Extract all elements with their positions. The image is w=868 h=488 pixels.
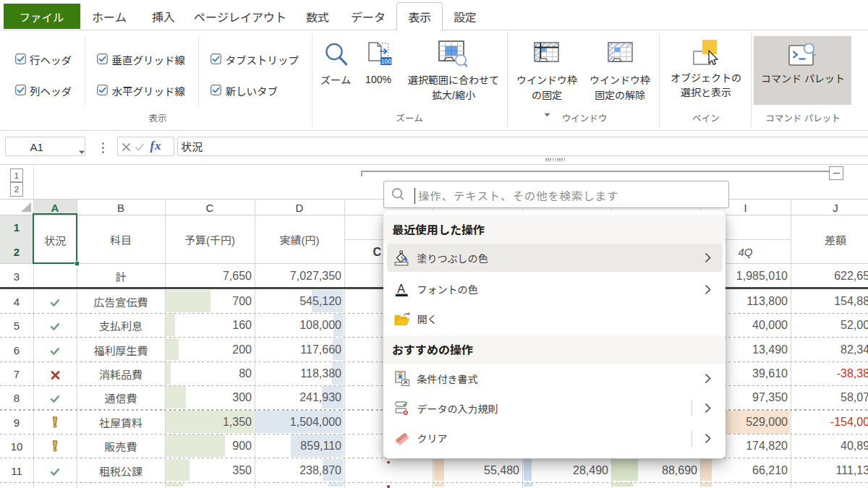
svg-text:100: 100 <box>381 58 391 65</box>
svg-text:A: A <box>397 283 405 295</box>
